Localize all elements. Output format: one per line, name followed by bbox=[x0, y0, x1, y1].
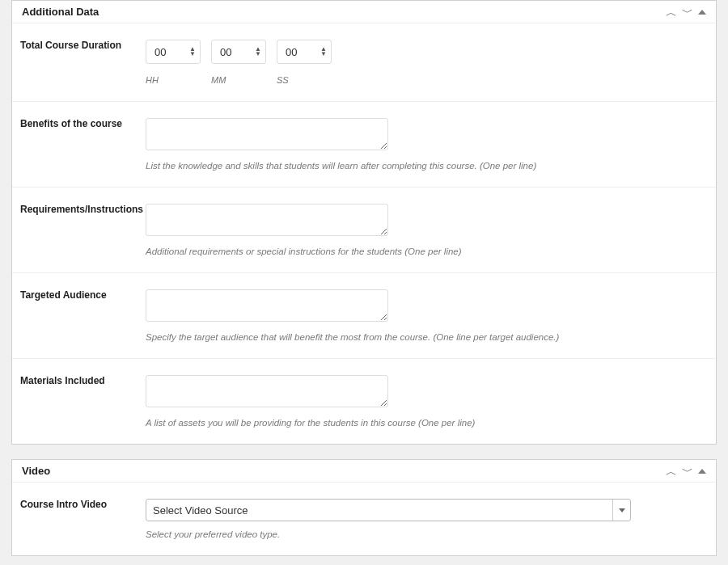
panel-controls: ︿ ﹀ bbox=[666, 6, 706, 18]
panel-additional-data: Additional Data ︿ ﹀ Total Course Duratio… bbox=[11, 0, 717, 445]
panel-header-video: Video ︿ ﹀ bbox=[12, 460, 716, 483]
benefits-textarea[interactable] bbox=[146, 118, 388, 150]
duration-unit-hh: ▲▼ HH bbox=[146, 40, 201, 85]
duration-group: ▲▼ HH ▲▼ MM ▲▼ bbox=[146, 40, 708, 85]
requirements-hint: Additional requirements or special instr… bbox=[146, 247, 708, 256]
requirements-textarea[interactable] bbox=[146, 204, 388, 236]
materials-hint: A list of assets you will be providing f… bbox=[146, 418, 708, 428]
duration-hh-input[interactable] bbox=[146, 40, 201, 64]
chevron-up-icon[interactable]: ︿ bbox=[666, 6, 677, 18]
field-content-requirements: Additional requirements or special instr… bbox=[146, 204, 708, 256]
duration-unit-ss: ▲▼ SS bbox=[277, 40, 332, 85]
materials-textarea[interactable] bbox=[146, 375, 388, 407]
chevron-down-icon[interactable]: ﹀ bbox=[682, 6, 693, 18]
field-content-audience: Specify the target audience that will be… bbox=[146, 289, 708, 342]
field-duration: Total Course Duration ▲▼ HH ▲▼ bbox=[12, 23, 716, 102]
audience-hint: Specify the target audience that will be… bbox=[146, 332, 708, 342]
field-label-requirements: Requirements/Instructions bbox=[20, 204, 146, 256]
duration-unit-mm: ▲▼ MM bbox=[211, 40, 266, 85]
chevron-down-icon[interactable]: ﹀ bbox=[682, 466, 693, 477]
field-label-audience: Targeted Audience bbox=[20, 289, 146, 342]
field-label-benefits: Benefits of the course bbox=[20, 118, 146, 171]
panel-title: Additional Data bbox=[22, 6, 99, 18]
panel-video: Video ︿ ﹀ Course Intro Video Select Vide… bbox=[11, 459, 717, 556]
field-content-benefits: List the knowledge and skills that stude… bbox=[146, 118, 708, 171]
chevron-up-icon[interactable]: ︿ bbox=[666, 466, 677, 477]
panel-title: Video bbox=[22, 465, 50, 477]
field-audience: Targeted Audience Specify the target aud… bbox=[12, 273, 716, 359]
triangle-up-icon[interactable] bbox=[698, 10, 706, 15]
audience-textarea[interactable] bbox=[146, 289, 388, 322]
field-content-materials: A list of assets you will be providing f… bbox=[146, 375, 708, 428]
field-content-duration: ▲▼ HH ▲▼ MM ▲▼ bbox=[146, 40, 708, 85]
duration-ss-suffix: SS bbox=[277, 75, 332, 85]
duration-mm-suffix: MM bbox=[211, 75, 266, 85]
video-source-select[interactable]: Select Video Source bbox=[146, 499, 631, 521]
duration-ss-input[interactable] bbox=[277, 40, 332, 64]
panel-body: Total Course Duration ▲▼ HH ▲▼ bbox=[12, 23, 716, 444]
panel-body: Course Intro Video Select Video Source S… bbox=[12, 483, 716, 555]
field-label-intro-video: Course Intro Video bbox=[20, 499, 146, 539]
duration-mm-input[interactable] bbox=[211, 40, 266, 64]
field-content-intro-video: Select Video Source Select your preferre… bbox=[146, 499, 708, 539]
field-materials: Materials Included A list of assets you … bbox=[12, 359, 716, 444]
benefits-hint: List the knowledge and skills that stude… bbox=[146, 161, 708, 171]
field-label-materials: Materials Included bbox=[20, 375, 146, 428]
field-label-duration: Total Course Duration bbox=[20, 40, 146, 85]
intro-video-hint: Select your preferred video type. bbox=[146, 529, 708, 539]
field-intro-video: Course Intro Video Select Video Source S… bbox=[12, 483, 716, 555]
triangle-up-icon[interactable] bbox=[698, 469, 706, 474]
video-source-selected: Select Video Source bbox=[146, 499, 631, 521]
field-requirements: Requirements/Instructions Additional req… bbox=[12, 188, 716, 273]
field-benefits: Benefits of the course List the knowledg… bbox=[12, 102, 716, 188]
panel-controls: ︿ ﹀ bbox=[666, 466, 706, 477]
panel-header-additional-data: Additional Data ︿ ﹀ bbox=[12, 1, 716, 23]
duration-hh-suffix: HH bbox=[146, 75, 201, 85]
